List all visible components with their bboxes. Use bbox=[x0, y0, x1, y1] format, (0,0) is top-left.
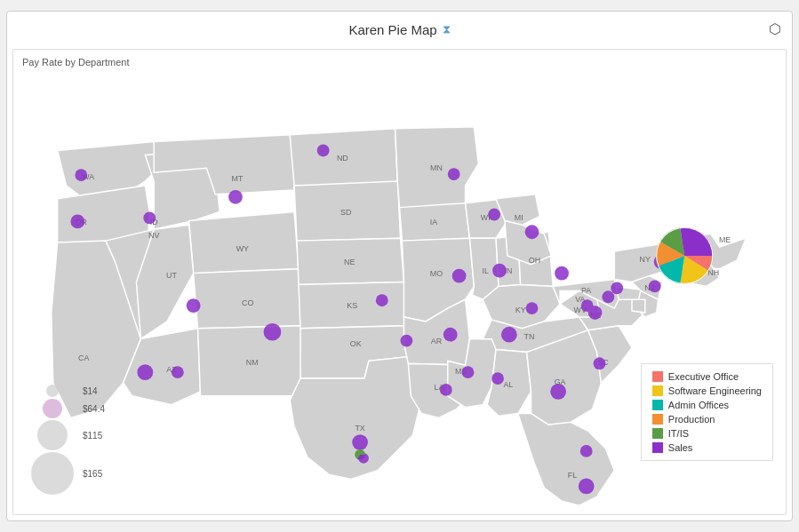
chart-subtitle: Pay Rate by Department bbox=[22, 57, 129, 67]
legend-color-sales bbox=[652, 442, 663, 453]
svg-point-69 bbox=[525, 225, 539, 239]
svg-point-51 bbox=[376, 294, 388, 306]
svg-text:IA: IA bbox=[430, 218, 437, 226]
svg-point-57 bbox=[526, 302, 539, 314]
svg-text:ME: ME bbox=[719, 235, 731, 244]
legend-label-itis: IT/IS bbox=[668, 428, 689, 439]
svg-point-68 bbox=[555, 266, 569, 281]
legend-color-executive bbox=[652, 371, 663, 382]
svg-text:AL: AL bbox=[503, 380, 513, 389]
svg-text:SD: SD bbox=[340, 208, 351, 217]
svg-point-63 bbox=[594, 357, 606, 369]
svg-point-76 bbox=[649, 281, 661, 293]
size-legend-label-1: $14 bbox=[83, 386, 98, 396]
legend-color-software bbox=[652, 385, 663, 396]
svg-point-66 bbox=[602, 290, 614, 303]
svg-text:NE: NE bbox=[344, 258, 355, 266]
svg-point-49 bbox=[187, 298, 201, 313]
svg-point-65 bbox=[581, 299, 594, 312]
svg-point-47 bbox=[317, 145, 330, 157]
svg-point-73 bbox=[580, 445, 593, 457]
svg-text:FL: FL bbox=[568, 471, 577, 480]
size-legend-label-2: $64.4 bbox=[83, 404, 105, 414]
svg-text:CO: CO bbox=[242, 298, 253, 307]
svg-point-56 bbox=[452, 269, 467, 283]
size-legend-item-1: $14 bbox=[26, 385, 105, 397]
size-legend-label-4: $165 bbox=[83, 469, 102, 479]
svg-text:IL: IL bbox=[483, 266, 489, 275]
svg-text:NV: NV bbox=[148, 231, 159, 240]
svg-point-46 bbox=[228, 190, 243, 204]
svg-text:OK: OK bbox=[350, 339, 362, 348]
legend-color-admin bbox=[652, 400, 663, 410]
svg-text:AR: AR bbox=[431, 337, 442, 345]
svg-point-77 bbox=[172, 366, 184, 378]
svg-point-67 bbox=[611, 282, 623, 295]
legend-item-production: Production bbox=[652, 414, 762, 425]
legend-label-software: Software Engineering bbox=[668, 385, 762, 396]
legend-color-production bbox=[652, 414, 663, 425]
svg-text:MT: MT bbox=[232, 174, 244, 183]
svg-point-62 bbox=[550, 384, 566, 400]
legend-color-itis bbox=[652, 428, 663, 439]
svg-text:KS: KS bbox=[347, 301, 357, 310]
svg-point-44 bbox=[70, 215, 84, 229]
svg-text:MN: MN bbox=[430, 163, 443, 172]
svg-point-74 bbox=[579, 479, 595, 495]
svg-point-54 bbox=[488, 209, 500, 221]
color-legend: Executive Office Software Engineering Ad… bbox=[641, 363, 773, 461]
svg-text:KY: KY bbox=[515, 306, 526, 314]
size-legend-item-3: $115 bbox=[26, 420, 105, 450]
chart-area: Pay Rate by Department bbox=[12, 49, 787, 515]
svg-point-50 bbox=[264, 323, 282, 341]
svg-point-58 bbox=[501, 327, 517, 343]
main-container: Karen Pie Map ⧗ ⬡ Pay Rate by Department bbox=[6, 11, 793, 521]
legend-label-executive: Executive Office bbox=[668, 371, 739, 382]
legend-label-sales: Sales bbox=[668, 442, 693, 453]
legend-item-sales: Sales bbox=[652, 442, 762, 453]
svg-text:OH: OH bbox=[529, 256, 540, 265]
legend-item-itis: IT/IS bbox=[652, 428, 762, 439]
svg-point-43 bbox=[75, 169, 87, 181]
legend-label-admin: Admin Offices bbox=[668, 400, 729, 410]
svg-point-60 bbox=[462, 366, 475, 378]
legend-item-admin: Admin Offices bbox=[652, 400, 762, 410]
svg-point-55 bbox=[492, 264, 507, 278]
svg-point-61 bbox=[491, 372, 504, 385]
svg-text:NM: NM bbox=[246, 358, 259, 367]
svg-text:TN: TN bbox=[524, 332, 535, 341]
svg-point-53 bbox=[448, 168, 460, 180]
svg-text:MO: MO bbox=[430, 269, 443, 278]
size-legend-item-4: $165 bbox=[26, 452, 105, 495]
size-legend: $14 $64.4 $115 $165 bbox=[26, 385, 105, 496]
svg-point-70 bbox=[440, 384, 452, 396]
svg-text:UT: UT bbox=[166, 271, 177, 280]
chart-title: Karen Pie Map bbox=[348, 22, 436, 37]
filter-icon[interactable]: ⧗ bbox=[443, 22, 451, 36]
svg-text:NY: NY bbox=[640, 255, 651, 264]
svg-text:PA: PA bbox=[581, 286, 591, 295]
svg-text:MI: MI bbox=[515, 213, 523, 222]
chart-header: Karen Pie Map ⧗ ⬡ bbox=[7, 12, 792, 47]
svg-point-52 bbox=[400, 335, 412, 347]
legend-label-production: Production bbox=[668, 414, 715, 425]
svg-text:TX: TX bbox=[355, 424, 364, 433]
legend-item-executive: Executive Office bbox=[652, 371, 762, 382]
svg-point-48 bbox=[137, 364, 153, 380]
svg-point-59 bbox=[443, 328, 458, 342]
svg-text:WY: WY bbox=[236, 244, 249, 253]
export-icon[interactable]: ⬡ bbox=[769, 20, 781, 37]
svg-point-45 bbox=[143, 212, 156, 225]
svg-point-71 bbox=[352, 434, 368, 450]
svg-text:ND: ND bbox=[337, 154, 348, 163]
size-legend-item-2: $64.4 bbox=[26, 399, 105, 418]
size-legend-label-3: $115 bbox=[83, 431, 102, 441]
svg-text:CA: CA bbox=[78, 353, 89, 362]
legend-item-software: Software Engineering bbox=[652, 385, 762, 396]
